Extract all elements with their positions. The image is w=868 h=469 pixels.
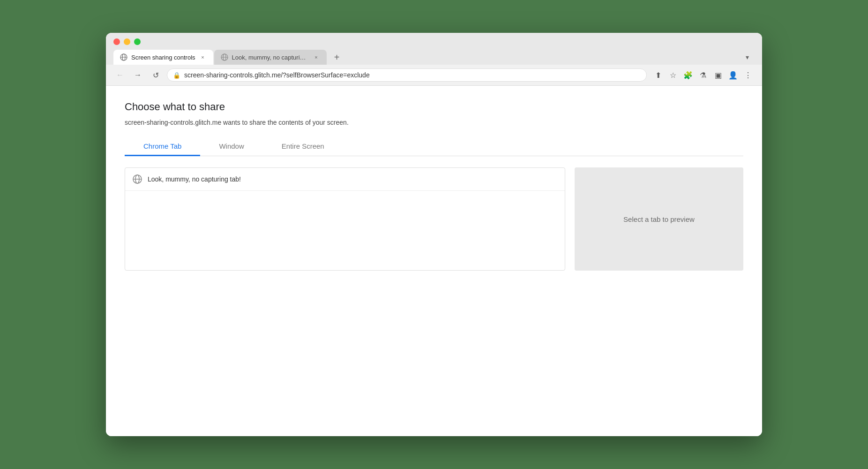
tab-list: Look, mummy, no capturing tab! (125, 167, 565, 271)
inactive-tab-title: Look, mummy, no capturing ta (232, 54, 309, 61)
tab-window[interactable]: Window (200, 137, 262, 156)
traffic-light-yellow[interactable] (124, 38, 130, 45)
toolbar: ← → ↺ 🔒 screen-sharing-controls.glitch.m… (106, 65, 762, 86)
toolbar-actions: ⬆ ☆ 🧩 ⚗ ▣ 👤 ⋮ (651, 68, 755, 82)
lock-icon: 🔒 (173, 72, 180, 79)
preview-placeholder: Select a tab to preview (623, 215, 695, 223)
tabs-right: ▾ (740, 50, 755, 65)
extensions-icon: 🧩 (683, 71, 693, 80)
tab-dropdown-button[interactable]: ▾ (740, 50, 755, 65)
tab-entire-screen[interactable]: Entire Screen (263, 137, 343, 156)
reload-button[interactable]: ↺ (149, 68, 162, 82)
bookmark-button[interactable]: ☆ (666, 68, 680, 82)
title-bar: Screen sharing controls × Look, mummy, n… (106, 33, 762, 65)
traffic-lights (113, 38, 755, 45)
traffic-light-red[interactable] (113, 38, 120, 45)
bookmark-icon: ☆ (670, 71, 676, 80)
share-button[interactable]: ⬆ (651, 68, 665, 82)
back-button[interactable]: ← (113, 68, 127, 82)
browser-window: Screen sharing controls × Look, mummy, n… (106, 33, 762, 436)
tabs-row: Screen sharing controls × Look, mummy, n… (113, 50, 755, 65)
traffic-light-green[interactable] (134, 38, 141, 45)
active-tab-close[interactable]: × (199, 53, 207, 61)
profile-button[interactable]: 👤 (726, 68, 740, 82)
list-item[interactable]: Look, mummy, no capturing tab! (125, 168, 565, 191)
dialog-subtitle: screen-sharing-controls.glitch.me wants … (125, 119, 743, 126)
new-tab-button[interactable]: + (329, 50, 344, 65)
active-tab-title: Screen sharing controls (131, 54, 195, 61)
page-content: Choose what to share screen-sharing-cont… (106, 86, 762, 436)
profile-icon: 👤 (728, 71, 738, 80)
content-area: Look, mummy, no capturing tab! Select a … (125, 167, 743, 271)
inactive-tab-close[interactable]: × (313, 53, 320, 61)
menu-icon: ⋮ (744, 71, 752, 80)
tab-item-globe-icon (133, 174, 142, 184)
browser-tab-active[interactable]: Screen sharing controls × (113, 50, 213, 65)
dialog-container: Choose what to share screen-sharing-cont… (106, 86, 762, 436)
browser-tab-inactive[interactable]: Look, mummy, no capturing ta × (214, 50, 327, 65)
split-view-icon: ▣ (715, 71, 722, 80)
share-tabs-nav: Chrome Tab Window Entire Screen (125, 137, 743, 156)
flask-icon: ⚗ (700, 71, 706, 80)
extensions-button[interactable]: 🧩 (681, 68, 695, 82)
preview-panel: Select a tab to preview (575, 167, 743, 271)
address-bar[interactable]: 🔒 screen-sharing-controls.glitch.me/?sel… (167, 68, 647, 82)
tab-chrome-tab[interactable]: Chrome Tab (125, 137, 200, 156)
globe-icon-2 (221, 53, 228, 61)
flask-button[interactable]: ⚗ (696, 68, 710, 82)
dialog-title: Choose what to share (125, 101, 743, 113)
share-icon: ⬆ (655, 71, 661, 80)
globe-icon (120, 53, 127, 61)
forward-button[interactable]: → (131, 68, 144, 82)
tab-item-title: Look, mummy, no capturing tab! (148, 175, 241, 183)
split-view-button[interactable]: ▣ (711, 68, 725, 82)
address-text: screen-sharing-controls.glitch.me/?selfB… (184, 71, 641, 79)
preview-box: Select a tab to preview (575, 167, 743, 271)
menu-button[interactable]: ⋮ (741, 68, 755, 82)
